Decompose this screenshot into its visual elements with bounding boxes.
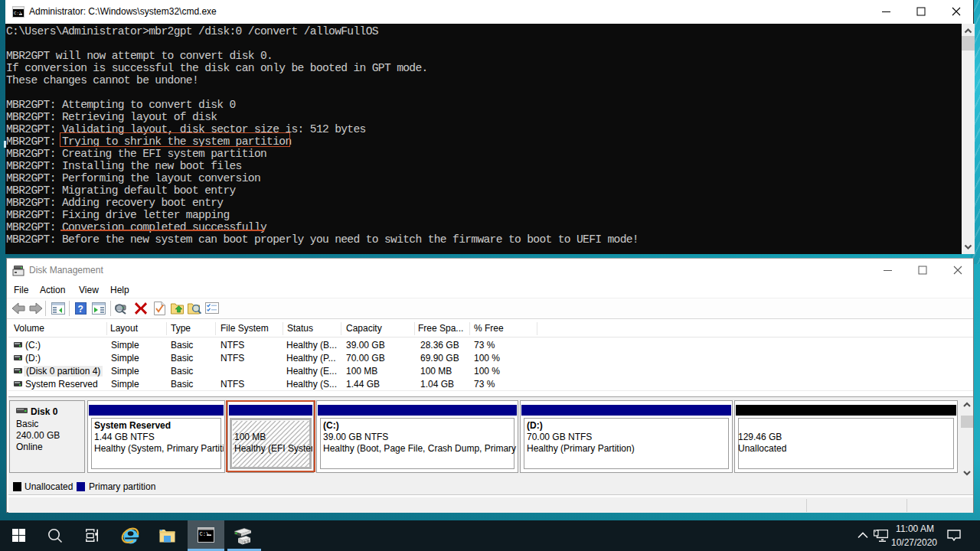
- svg-text:C:\: C:\: [200, 531, 210, 537]
- svg-text:?: ?: [78, 304, 83, 315]
- svg-text:C:\: C:\: [14, 11, 22, 16]
